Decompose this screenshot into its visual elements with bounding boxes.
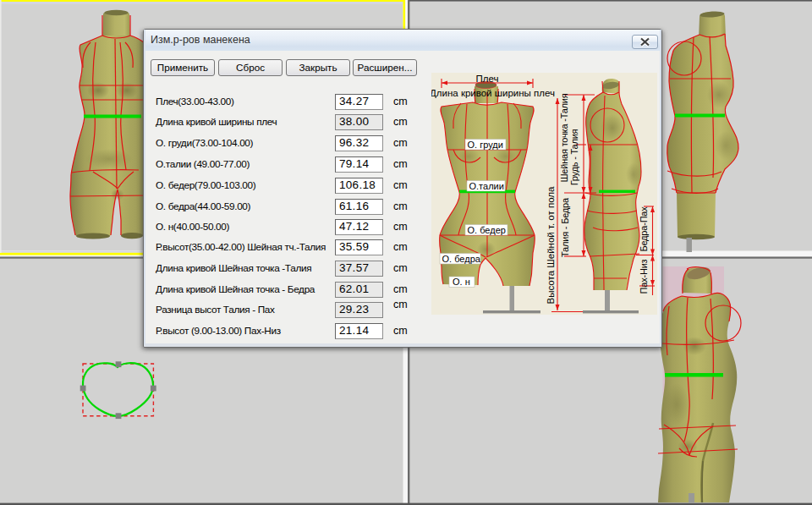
svg-text:О. груди: О. груди: [468, 140, 503, 150]
svg-text:О. н: О. н: [453, 277, 470, 287]
svg-text:Бедра-Пах: Бедра-Пах: [639, 206, 649, 252]
svg-text:Талия - Бедра: Талия - Бедра: [560, 197, 570, 257]
svg-text:О.талии: О.талии: [469, 181, 504, 191]
svg-text:Высота Шейной т. от пола: Высота Шейной т. от пола: [546, 186, 556, 304]
svg-text:О. бедра: О. бедра: [442, 254, 481, 264]
svg-text:О. бедер: О. бедер: [468, 225, 506, 235]
svg-text:Грудь - Талия: Грудь - Талия: [569, 129, 579, 185]
svg-text:Пах-Низ: Пах-Низ: [639, 259, 649, 294]
svg-text:Плеч: Плеч: [476, 74, 499, 84]
svg-text:Длина кривой ширины плеч: Длина кривой ширины плеч: [431, 88, 555, 98]
svg-text:Шейная точка -Талия: Шейная точка -Талия: [559, 93, 569, 182]
